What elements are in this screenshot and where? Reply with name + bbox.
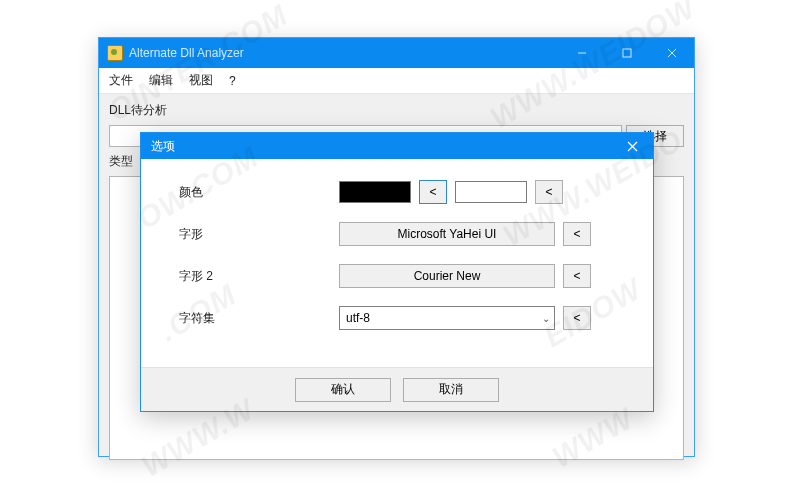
charset-value: utf-8	[346, 311, 370, 325]
background-color-swatch[interactable]	[455, 181, 527, 203]
reset-font1-button[interactable]: <	[563, 222, 591, 246]
cancel-button[interactable]: 取消	[403, 378, 499, 402]
font-controls: Microsoft YaHei UI <	[339, 222, 591, 246]
window-controls	[559, 38, 694, 68]
maximize-button[interactable]	[604, 38, 649, 68]
foreground-color-swatch[interactable]	[339, 181, 411, 203]
font-label: 字形	[179, 226, 339, 243]
dialog-content: 颜色 < < 字形 Microsoft YaHei UI < 字形 2 C	[141, 159, 653, 367]
font2-label: 字形 2	[179, 268, 339, 285]
svg-rect-1	[623, 49, 631, 57]
font1-button[interactable]: Microsoft YaHei UI	[339, 222, 555, 246]
dialog-body: 颜色 < < 字形 Microsoft YaHei UI < 字形 2 C	[141, 159, 653, 411]
chevron-down-icon: ⌄	[542, 313, 550, 324]
font2-controls: Courier New <	[339, 264, 591, 288]
charset-row: 字符集 utf-8 ⌄ <	[179, 305, 633, 331]
reset-font2-button[interactable]: <	[563, 264, 591, 288]
charset-combo[interactable]: utf-8 ⌄	[339, 306, 555, 330]
dll-label: DLL待分析	[109, 102, 177, 119]
dialog-title: 选项	[151, 138, 175, 155]
menubar: 文件 编辑 视图 ?	[99, 68, 694, 94]
charset-controls: utf-8 ⌄ <	[339, 306, 591, 330]
reset-foreground-button[interactable]: <	[419, 180, 447, 204]
main-titlebar: Alternate Dll Analyzer	[99, 38, 694, 68]
menu-edit[interactable]: 编辑	[149, 72, 173, 89]
ok-button[interactable]: 确认	[295, 378, 391, 402]
font-row: 字形 Microsoft YaHei UI <	[179, 221, 633, 247]
menu-file[interactable]: 文件	[109, 72, 133, 89]
color-row: 颜色 < <	[179, 179, 633, 205]
minimize-button[interactable]	[559, 38, 604, 68]
reset-background-button[interactable]: <	[535, 180, 563, 204]
dialog-titlebar: 选项	[141, 133, 653, 159]
dialog-close-button[interactable]	[611, 133, 653, 159]
font2-button[interactable]: Courier New	[339, 264, 555, 288]
reset-charset-button[interactable]: <	[563, 306, 591, 330]
options-dialog: 选项 颜色 < < 字形 Microsoft YaHei UI <	[140, 132, 654, 412]
font2-row: 字形 2 Courier New <	[179, 263, 633, 289]
dialog-footer: 确认 取消	[141, 367, 653, 411]
menu-help[interactable]: ?	[229, 74, 236, 88]
dll-row: DLL待分析	[109, 102, 684, 119]
main-window-title: Alternate Dll Analyzer	[129, 46, 244, 60]
close-button[interactable]	[649, 38, 694, 68]
color-controls: < <	[339, 180, 563, 204]
color-label: 颜色	[179, 184, 339, 201]
menu-view[interactable]: 视图	[189, 72, 213, 89]
charset-label: 字符集	[179, 310, 339, 327]
app-icon	[107, 45, 123, 61]
